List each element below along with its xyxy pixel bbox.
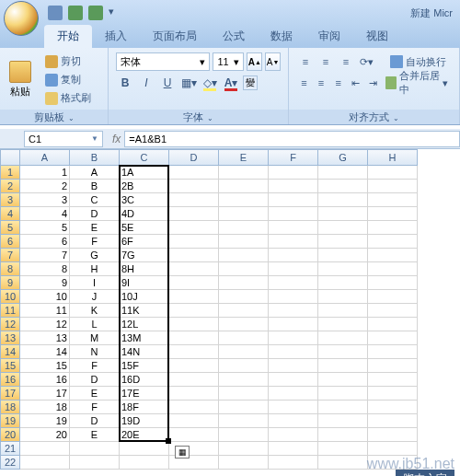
format-painter-button[interactable]: 格式刷 xyxy=(42,90,94,107)
tab-视图[interactable]: 视图 xyxy=(353,25,401,48)
column-header-E[interactable]: E xyxy=(219,149,269,166)
cell-E6[interactable] xyxy=(219,235,269,249)
row-header-12[interactable]: 12 xyxy=(0,318,20,331)
cell-H16[interactable] xyxy=(368,373,418,387)
cell-B19[interactable]: D xyxy=(70,414,120,428)
cell-D19[interactable] xyxy=(169,414,219,428)
cell-G6[interactable] xyxy=(318,235,368,249)
cell-A17[interactable]: 17 xyxy=(20,387,70,401)
cell-C4[interactable]: 4D xyxy=(120,207,169,221)
cell-E20[interactable] xyxy=(219,428,269,442)
cell-C8[interactable]: 8H xyxy=(120,262,169,276)
row-header-5[interactable]: 5 xyxy=(0,221,20,235)
phonetic-button[interactable]: 變 xyxy=(243,75,258,90)
cell-D5[interactable] xyxy=(169,221,219,235)
align-bottom-button[interactable]: ≡ xyxy=(337,52,355,71)
row-header-21[interactable]: 21 xyxy=(0,442,20,456)
cell-G11[interactable] xyxy=(318,304,368,318)
cell-C13[interactable]: 13M xyxy=(120,331,169,345)
row-header-8[interactable]: 8 xyxy=(0,262,20,276)
cell-B20[interactable]: E xyxy=(70,428,120,442)
row-header-20[interactable]: 20 xyxy=(0,428,20,442)
cell-A19[interactable]: 19 xyxy=(20,414,70,428)
increase-font-button[interactable]: A▲ xyxy=(247,52,262,71)
cell-E13[interactable] xyxy=(219,331,269,345)
cell-B1[interactable]: A xyxy=(70,166,120,180)
cell-B7[interactable]: G xyxy=(70,249,120,262)
cell-F15[interactable] xyxy=(269,359,318,373)
cell-D11[interactable] xyxy=(169,304,219,318)
cell-G22[interactable] xyxy=(318,456,368,470)
column-header-C[interactable]: C xyxy=(120,149,169,166)
decrease-font-button[interactable]: A▼ xyxy=(265,52,281,71)
bold-button[interactable]: B xyxy=(116,74,134,92)
cell-E10[interactable] xyxy=(219,290,269,304)
cell-A18[interactable]: 18 xyxy=(20,401,70,414)
cell-H10[interactable] xyxy=(368,290,418,304)
tab-插入[interactable]: 插入 xyxy=(92,25,140,48)
cell-E19[interactable] xyxy=(219,414,269,428)
tab-审阅[interactable]: 审阅 xyxy=(305,25,353,48)
cell-F19[interactable] xyxy=(269,414,318,428)
font-group-label[interactable]: 字体 xyxy=(109,110,288,124)
column-header-F[interactable]: F xyxy=(269,149,318,166)
cell-C22[interactable] xyxy=(120,456,169,470)
cell-C2[interactable]: 2B xyxy=(120,180,169,193)
cell-B8[interactable]: H xyxy=(70,262,120,276)
row-header-2[interactable]: 2 xyxy=(0,180,20,193)
cell-G14[interactable] xyxy=(318,345,368,359)
cell-C21[interactable] xyxy=(120,442,169,456)
office-button[interactable] xyxy=(4,1,39,36)
wrap-text-button[interactable]: 自动换行 xyxy=(386,52,450,71)
worksheet-grid[interactable]: ABCDEFGH11A1A22B2B33C3C44D4D55E5E66F6F77… xyxy=(0,149,460,470)
cell-G1[interactable] xyxy=(318,166,368,180)
row-header-9[interactable]: 9 xyxy=(0,276,20,290)
cell-A16[interactable]: 16 xyxy=(20,373,70,387)
column-header-D[interactable]: D xyxy=(169,149,219,166)
cell-E8[interactable] xyxy=(219,262,269,276)
decrease-indent-button[interactable]: ⇤ xyxy=(348,74,363,92)
cell-G21[interactable] xyxy=(318,442,368,456)
cell-D9[interactable] xyxy=(169,276,219,290)
cell-B22[interactable] xyxy=(70,456,120,470)
column-header-G[interactable]: G xyxy=(318,149,368,166)
cut-button[interactable]: 剪切 xyxy=(42,53,94,70)
cell-H6[interactable] xyxy=(368,235,418,249)
tab-页面布局[interactable]: 页面布局 xyxy=(140,25,210,48)
cell-H7[interactable] xyxy=(368,249,418,262)
cell-H12[interactable] xyxy=(368,318,418,331)
cell-D6[interactable] xyxy=(169,235,219,249)
cell-G18[interactable] xyxy=(318,401,368,414)
font-color-button[interactable]: A▾ xyxy=(222,74,240,92)
cell-A20[interactable]: 20 xyxy=(20,428,70,442)
cell-F12[interactable] xyxy=(269,318,318,331)
redo-icon[interactable] xyxy=(88,6,103,20)
cell-F8[interactable] xyxy=(269,262,318,276)
cell-C12[interactable]: 12L xyxy=(120,318,169,331)
cell-G17[interactable] xyxy=(318,387,368,401)
cell-H13[interactable] xyxy=(368,331,418,345)
cell-A4[interactable]: 4 xyxy=(20,207,70,221)
cell-D15[interactable] xyxy=(169,359,219,373)
italic-button[interactable]: I xyxy=(137,74,155,92)
name-box[interactable]: C1▼ xyxy=(24,131,103,147)
cell-B13[interactable]: M xyxy=(70,331,120,345)
cell-G2[interactable] xyxy=(318,180,368,193)
row-header-11[interactable]: 11 xyxy=(0,304,20,318)
column-header-H[interactable]: H xyxy=(368,149,418,166)
cell-C10[interactable]: 10J xyxy=(120,290,169,304)
cell-F16[interactable] xyxy=(269,373,318,387)
cell-F10[interactable] xyxy=(269,290,318,304)
cell-D10[interactable] xyxy=(169,290,219,304)
row-header-13[interactable]: 13 xyxy=(0,331,20,345)
cell-F1[interactable] xyxy=(269,166,318,180)
cell-G3[interactable] xyxy=(318,193,368,207)
column-header-A[interactable]: A xyxy=(20,149,70,166)
cell-H1[interactable] xyxy=(368,166,418,180)
cell-E7[interactable] xyxy=(219,249,269,262)
cell-A10[interactable]: 10 xyxy=(20,290,70,304)
cell-B18[interactable]: F xyxy=(70,401,120,414)
align-left-button[interactable]: ≡ xyxy=(296,74,312,92)
formula-input[interactable]: =A1&B1 xyxy=(124,131,460,147)
cell-G8[interactable] xyxy=(318,262,368,276)
